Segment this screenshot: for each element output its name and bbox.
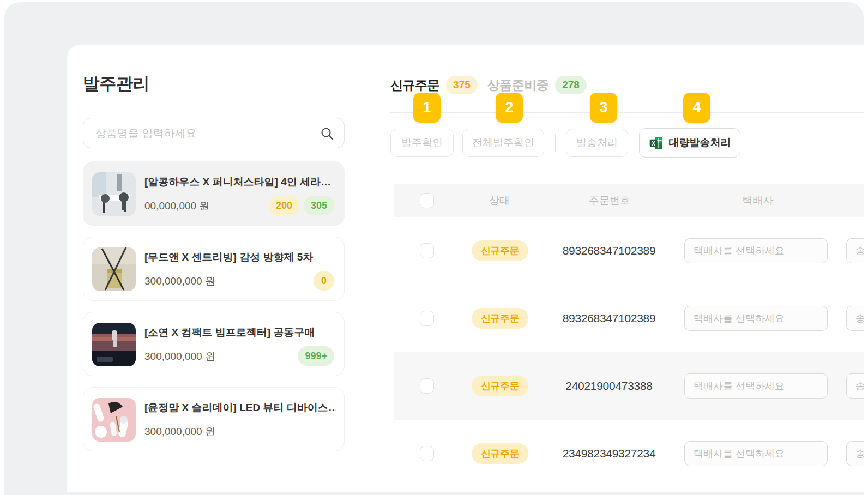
column-header-status: 상태 bbox=[489, 194, 510, 208]
app-shell: 발주관리 bbox=[4, 2, 864, 495]
order-number: 893268347102389 bbox=[563, 244, 656, 257]
product-price: 00,000,000 원 bbox=[144, 199, 209, 213]
courier-select[interactable] bbox=[684, 238, 828, 263]
ship-button[interactable]: 발송처리 bbox=[566, 129, 628, 157]
step-marker-2: 2 bbox=[496, 93, 523, 123]
status-badge: 신규주문 bbox=[472, 308, 528, 329]
tracking-number-input[interactable] bbox=[846, 373, 864, 399]
table-row: 신규주문 234982349327234 bbox=[4, 420, 864, 487]
tab-count-badge: 375 bbox=[446, 76, 478, 94]
order-number: 24021900473388 bbox=[565, 379, 652, 393]
excel-icon: X bbox=[649, 136, 664, 150]
tab-label: 신규주문 bbox=[390, 77, 439, 94]
tab-label: 상품준비중 bbox=[487, 77, 549, 94]
step-marker-1: 1 bbox=[413, 93, 441, 123]
product-title: [알콩하우스 X 퍼니처스타일] 4인 세라… bbox=[144, 175, 336, 189]
product-search bbox=[83, 118, 345, 148]
step-marker-4: 4 bbox=[683, 93, 710, 123]
table-header: 상태 주문번호 택배사 bbox=[394, 184, 864, 217]
svg-text:X: X bbox=[652, 140, 655, 146]
toolbar-separator bbox=[555, 134, 556, 152]
step-marker-3: 3 bbox=[590, 93, 617, 123]
search-icon[interactable] bbox=[320, 126, 334, 141]
product-count-badges: 200 305 bbox=[269, 196, 334, 215]
order-management-page: 발주관리 bbox=[0, 0, 868, 495]
tab-count-badge: 278 bbox=[555, 76, 587, 94]
row-checkbox[interactable] bbox=[420, 311, 434, 326]
courier-select[interactable] bbox=[684, 441, 828, 466]
page-title: 발주관리 bbox=[83, 73, 149, 95]
order-number: 234982349327234 bbox=[563, 447, 656, 460]
product-card[interactable]: [알콩하우스 X 퍼니처스타일] 4인 세라… 00,000,000 원 200… bbox=[83, 161, 345, 226]
bulk-ship-label: 대량발송처리 bbox=[669, 136, 731, 150]
tab-new-orders[interactable]: 신규주문 375 bbox=[390, 76, 478, 94]
status-badge: 신규주문 bbox=[472, 376, 528, 396]
tab-preparing[interactable]: 상품준비중 278 bbox=[487, 76, 587, 94]
select-all-checkbox[interactable] bbox=[420, 193, 434, 208]
status-badge: 신규주문 bbox=[472, 240, 528, 261]
bulk-ship-button[interactable]: X 대량발송처리 bbox=[639, 128, 740, 158]
confirm-all-orders-button[interactable]: 전체발주확인 bbox=[462, 129, 544, 157]
header-divider bbox=[390, 112, 864, 113]
table-row: 신규주문 893268347102389 bbox=[4, 285, 864, 352]
search-input[interactable] bbox=[83, 118, 344, 148]
status-badge: 신규주문 bbox=[472, 443, 528, 464]
table-row: 신규주문 24021900473388 bbox=[4, 352, 864, 420]
tracking-number-input[interactable] bbox=[846, 441, 864, 466]
confirm-order-button[interactable]: 발주확인 bbox=[390, 129, 454, 157]
tracking-number-input[interactable] bbox=[846, 306, 864, 331]
courier-select[interactable] bbox=[684, 306, 828, 331]
tracking-number-input[interactable] bbox=[846, 238, 864, 263]
order-number: 893268347102389 bbox=[563, 312, 656, 325]
courier-select[interactable] bbox=[684, 373, 828, 399]
order-status-tabs: 신규주문 375 상품준비중 278 bbox=[390, 76, 587, 94]
row-checkbox[interactable] bbox=[420, 243, 434, 258]
row-checkbox[interactable] bbox=[420, 378, 434, 394]
row-checkbox[interactable] bbox=[420, 446, 434, 461]
column-header-order-no: 주문번호 bbox=[589, 194, 630, 208]
product-thumbnail bbox=[92, 172, 136, 216]
column-header-courier: 택배사 bbox=[743, 194, 774, 208]
table-row: 신규주문 893268347102389 bbox=[4, 217, 864, 285]
count-badge-yellow: 200 bbox=[269, 196, 299, 215]
app-content: 발주관리 bbox=[4, 2, 864, 495]
count-badge-green: 305 bbox=[304, 196, 334, 215]
